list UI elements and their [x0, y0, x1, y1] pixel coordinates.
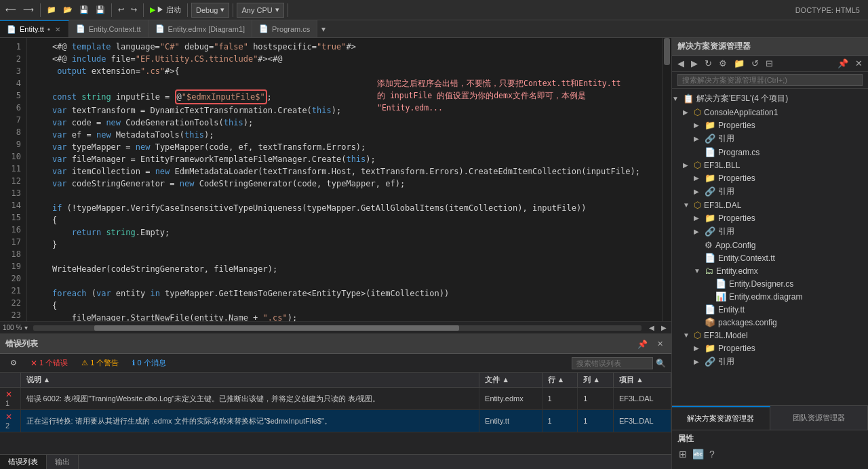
error-table: 说明 ▲ 文件 ▲ 行 ▲ 列 ▲ 项目 ▲ ✕ 1 错误 6002: 表/视图… [0, 373, 671, 432]
tree-model-ref[interactable]: ▶ 🔗 引用 [672, 354, 868, 369]
tree-consoleapp-properties[interactable]: ▶ 📁 Properties [672, 119, 868, 131]
tree-ef3l-model[interactable]: ▼ ⬡ EF3L.Model [672, 329, 868, 342]
tab-modified-dot: • [47, 25, 50, 33]
code-text-area[interactable]: <#@ template language="C#" debug="false"… [27, 38, 662, 321]
new-project-button[interactable]: 📁 [44, 4, 59, 16]
code-line-18 [33, 251, 656, 263]
project-icon: ⬡ [694, 107, 701, 117]
pin-right-button[interactable]: 📌 [835, 57, 851, 70]
code-line-8: var ef = new MetadataTools(this); [33, 129, 656, 141]
tree-dal-properties[interactable]: ▶ 📁 Properties [672, 211, 868, 224]
hscroll-right-button[interactable]: ▶ [659, 323, 669, 333]
row-col-2: 1 [578, 410, 614, 432]
pin-panel-button[interactable]: 📌 [635, 338, 650, 350]
navigate-forward-button[interactable]: ▶ [688, 57, 701, 70]
prop-categorized-button[interactable]: ⊞ [677, 447, 688, 461]
tree-consoleapp-ref[interactable]: ▶ 🔗 引用 [672, 131, 868, 146]
editor-horizontal-scrollbar[interactable] [33, 325, 642, 331]
solution-explorer-tab[interactable]: 解决方案资源管理器 [672, 406, 770, 430]
message-count: 0 个消息 [137, 358, 165, 368]
col-col[interactable]: 列 ▲ [578, 373, 614, 388]
tree-consoleapp[interactable]: ▶ ⬡ ConsoleApplication1 [672, 106, 868, 119]
show-all-files-button[interactable]: 📁 [731, 57, 747, 70]
tab-close-entity-tt[interactable]: ✕ [54, 26, 62, 33]
undo-button[interactable]: ↩ [115, 4, 127, 16]
config-icon: ⚙ [705, 240, 713, 250]
solution-search-input[interactable] [677, 74, 863, 86]
tab-entity-tt[interactable]: 📄 Entity.tt true • ✕ [0, 20, 69, 37]
tree-program-cs-label: Program.cs [718, 148, 760, 157]
sep5 [233, 3, 233, 17]
ep-tab-output[interactable]: 输出 [47, 455, 79, 469]
col-line[interactable]: 行 ▲ [542, 373, 578, 388]
save-all-button[interactable]: 💾 [93, 4, 108, 16]
code-line-9: var typeMapper = new TypeMapper(code, ef… [33, 141, 656, 153]
configuration-dropdown[interactable]: Debug ▾ [191, 3, 229, 18]
open-button[interactable]: 📂 [60, 4, 75, 16]
properties-button[interactable]: ⚙ [716, 57, 730, 70]
error-table-wrapper[interactable]: 说明 ▲ 文件 ▲ 行 ▲ 列 ▲ 项目 ▲ ✕ 1 错误 6002: 表/视图… [0, 373, 671, 454]
tab-entity-context[interactable]: 📄 Entity.Context.tt [69, 20, 149, 37]
tree-entity-context-tt[interactable]: 📄 Entity.Context.tt [672, 251, 868, 264]
navigate-back-button[interactable]: ◀ [675, 57, 687, 70]
tree-bll-ref-label: 引用 [718, 186, 734, 197]
ref-icon: 🔗 [705, 356, 715, 367]
tree-model-properties[interactable]: ▶ 📁 Properties [672, 342, 868, 354]
close-solution-explorer-button[interactable]: ✕ [852, 57, 865, 70]
solution-explorer-header: 解决方案资源管理器 [672, 38, 868, 56]
code-line-5: const string inputFile = @"$edmxInputFil… [33, 89, 656, 104]
team-explorer-tab[interactable]: 团队资源管理器 [770, 406, 869, 430]
close-panel-button[interactable]: ✕ [654, 338, 666, 350]
tree-dal-ref-label: 引用 [718, 226, 734, 237]
redo-button[interactable]: ↪ [128, 4, 140, 16]
tree-program-cs[interactable]: 📄 Program.cs [672, 146, 868, 159]
code-line-20 [33, 275, 656, 287]
editor-vertical-scrollbar[interactable] [662, 38, 671, 321]
tree-solution-root[interactable]: ▼ 📋 解决方案'EF3L'(4 个项目) [672, 91, 868, 106]
ep-tab-errors[interactable]: 错误列表 [0, 455, 47, 469]
tab-entity-edmx[interactable]: 📄 Entity.edmx [Diagram1] [149, 20, 253, 37]
tree-entity-tt[interactable]: 📄 Entity.tt [672, 303, 868, 316]
col-description[interactable]: 说明 ▲ [20, 373, 479, 388]
tree-dal-ref[interactable]: ▶ 🔗 引用 [672, 224, 868, 239]
tree-app-config[interactable]: ⚙ App.Config [672, 239, 868, 251]
col-file[interactable]: 文件 ▲ [479, 373, 542, 388]
save-button[interactable]: 💾 [77, 4, 92, 16]
entity-tt-icon: 📄 [705, 304, 715, 314]
tree-bll-ref[interactable]: ▶ 🔗 引用 [672, 184, 868, 199]
code-line-22: { [33, 300, 656, 312]
tree-ef3l-dal[interactable]: ▼ ⬡ EF3L.DAL [672, 199, 868, 211]
tree-entity-edmx[interactable]: ▼ 🗂 Entity.edmx [672, 264, 868, 277]
collapse-button[interactable]: ⊟ [763, 57, 776, 70]
table-row[interactable]: ✕ 2 正在运行转换: 请用要从其进行生成的 .edmx 文件的实际名称来替换标… [0, 410, 671, 432]
tab-program-cs[interactable]: 📄 Program.cs [252, 20, 317, 37]
col-num[interactable] [0, 373, 20, 388]
prop-alphabetical-button[interactable]: 🔤 [691, 447, 705, 461]
col-project[interactable]: 项目 ▲ [613, 373, 671, 388]
refresh-button[interactable]: ↺ [749, 57, 762, 70]
tree-entity-designer-cs[interactable]: 📄 Entity.Designer.cs [672, 277, 868, 290]
filter-warnings-button[interactable]: ⚠ 1 个警告 [77, 356, 123, 370]
code-line-16: return string.Empty; [33, 226, 656, 239]
error-search-input[interactable] [572, 357, 653, 369]
code-editor[interactable]: 12345 678910 1112131415 1617181920 21222… [0, 38, 671, 333]
code-line-14: if (!typeMapper.VerifyCaseInsensitiveTyp… [33, 202, 656, 214]
tree-entity-edmx-diagram[interactable]: 📊 Entity.edmx.diagram [672, 290, 868, 303]
tree-ef3l-bll[interactable]: ▶ ⬡ EF3L.BLL [672, 159, 868, 171]
hscroll-left-button[interactable]: ◀ [647, 323, 656, 333]
filter-messages-button[interactable]: ℹ 0 个消息 [127, 356, 170, 370]
filter-button[interactable]: ⚙ [5, 356, 22, 369]
tab-overflow-button[interactable]: ▾ [317, 20, 330, 37]
code-line-17: } [33, 239, 656, 251]
platform-dropdown[interactable]: Any CPU ▾ [237, 3, 283, 18]
go-back-button[interactable]: ⟵ [3, 4, 19, 16]
prop-help-button[interactable]: ? [708, 447, 716, 461]
tree-bll-properties[interactable]: ▶ 📁 Properties [672, 171, 868, 184]
sync-button[interactable]: ↻ [702, 57, 715, 70]
code-line-19: WriteHeader(codeStringGenerator, fileMan… [33, 263, 656, 275]
tree-packages-config[interactable]: 📦 packages.config [672, 316, 868, 329]
start-button[interactable]: ▶ ▶ 启动 [147, 3, 184, 16]
go-forward-button[interactable]: ⟶ [20, 4, 37, 16]
table-row[interactable]: ✕ 1 错误 6002: 表/视图"TraningWebsite.dbo.Log… [0, 388, 671, 410]
filter-errors-button[interactable]: ✕ 1 个错误 [26, 356, 73, 370]
